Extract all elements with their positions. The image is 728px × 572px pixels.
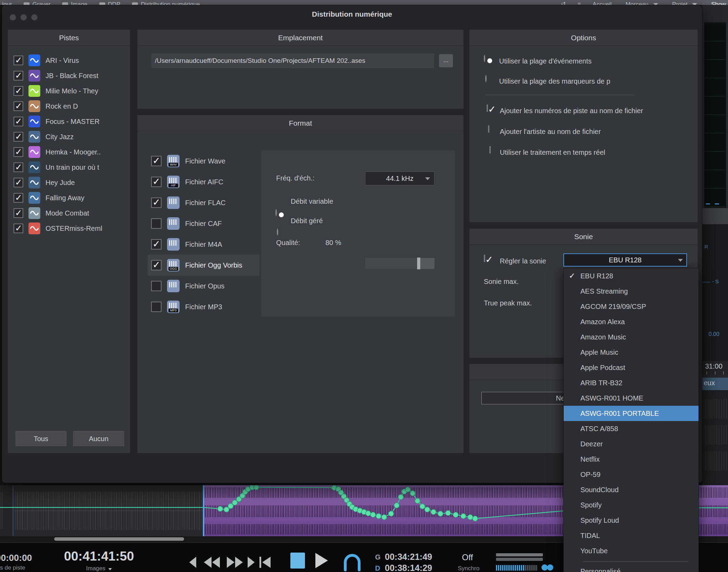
preset-option[interactable]: Apple Music [564,345,698,360]
preset-option[interactable]: TIDAL [564,528,698,543]
track-checkbox[interactable] [14,101,23,111]
variable-bitrate-radio[interactable] [275,209,277,216]
preset-option[interactable]: AGCOM 219/09/CSP [564,299,698,314]
select-none-button[interactable]: Aucun [73,431,124,446]
format-checkbox[interactable] [151,260,162,270]
link-icon[interactable] [540,564,556,571]
browse-path-button[interactable]: ... [439,54,453,67]
track-row[interactable]: OSTERmiss-Reml [11,221,128,236]
format-checkbox[interactable] [151,156,162,166]
preset-option[interactable]: Amazon Alexa [564,314,698,329]
track-checkbox[interactable] [14,71,23,81]
format-row[interactable]: Fichier CAF [148,213,259,234]
format-checkbox[interactable] [151,302,162,312]
preset-option[interactable]: Amazon Music [564,329,698,345]
track-checkbox[interactable] [14,224,23,233]
track-checkbox[interactable] [14,56,23,65]
undo-icon[interactable]: ↺ [561,1,565,5]
page-tab[interactable]: Accueil [593,1,612,5]
track-row[interactable]: ARI - Virus [11,53,128,68]
toolbar-item[interactable]: Image [62,1,87,5]
track-checkbox[interactable] [14,162,23,172]
stop-button[interactable] [290,553,305,569]
marker-range-radio[interactable] [485,75,487,82]
format-checkbox[interactable] [151,177,162,187]
preset-option[interactable]: YouTube [564,543,698,558]
format-row[interactable]: AIF Fichier AIFC [148,171,259,192]
right-locator-time[interactable]: 00:38:14:29 [385,563,432,572]
event-range-radio[interactable] [484,55,485,62]
track-row[interactable]: Un train pour où t [11,160,128,175]
preset-option[interactable]: ARIB TR-B32 [564,375,698,390]
menu-icon[interactable]: ≡ [578,1,581,5]
track-row[interactable]: Focus - MASTER [11,114,128,129]
realtime-checkbox[interactable] [489,146,491,153]
preset-option[interactable]: Apple Podcast [564,360,698,375]
preset-option[interactable]: ASWG-R001 HOME [564,390,698,406]
format-row[interactable]: Fichier M4A [148,234,259,255]
transport-nav-buttons[interactable] [188,556,275,569]
sample-rate-select[interactable]: 44.1 kHz [365,171,435,185]
track-row[interactable]: Mode Combat [11,205,128,221]
h-scrollbar-thumb[interactable] [54,537,184,541]
playhead[interactable] [203,485,204,536]
track-checkbox[interactable] [14,193,23,203]
track-checkbox[interactable] [14,117,23,126]
artist-checkbox[interactable] [488,125,489,133]
preset-option[interactable]: OP-59 [564,467,698,482]
managed-bitrate-radio[interactable] [277,228,278,236]
track-checkbox[interactable] [14,147,23,157]
quality-slider[interactable] [365,258,435,269]
format-row[interactable]: OGG Fichier Ogg Vorbis [148,255,259,276]
quality-slider-thumb[interactable] [417,258,420,269]
sync-status[interactable]: Off [462,553,473,562]
preset-option[interactable]: SoundCloud [564,482,698,497]
select-all-button[interactable]: Tous [16,431,66,446]
format-checkbox[interactable] [151,281,162,291]
preset-option[interactable]: AES Streaming [564,284,698,299]
track-row[interactable]: Milie Melo - They [11,83,128,99]
track-row[interactable]: Rock en D [11,99,128,114]
left-locator-time[interactable]: 00:34:21:49 [385,552,432,562]
toolbar-item[interactable]: Distribution numérique [132,1,200,5]
play-button[interactable] [315,553,329,569]
tempo-bar[interactable] [496,558,543,561]
preset-option[interactable]: Spotify [564,497,698,513]
track-row[interactable]: JB - Black Forest [11,68,128,83]
page-tab[interactable]: Morceau [626,1,658,5]
track-checkbox[interactable] [14,208,23,218]
track-checkbox[interactable] [14,178,23,187]
track-checkbox[interactable] [14,132,23,142]
secondary-timecode[interactable]: 00:00:00 [0,553,32,563]
preset-option[interactable]: EBU R128 [564,268,698,284]
page-tab[interactable]: Show [711,1,726,5]
toolbar-item[interactable]: DDP [99,1,121,5]
clipped-field[interactable]: Ne [481,392,566,404]
tempo-bar[interactable] [496,553,543,556]
loudness-preset-select[interactable]: EBU R128 [563,253,687,267]
preset-option[interactable]: Spotify Loud [564,513,698,528]
track-checkbox[interactable] [14,86,23,96]
preset-option[interactable]: ASWG-R001 PORTABLE [564,406,698,421]
preset-option-custom[interactable]: Personnalisé [564,564,698,572]
track-row[interactable]: Falling Away [11,190,128,205]
format-row[interactable]: Fichier FLAC [148,192,259,213]
format-row[interactable]: MP3 Fichier MP3 [148,296,259,317]
format-checkbox[interactable] [151,218,162,229]
timecode-format[interactable]: Images [52,565,146,572]
track-row[interactable]: City Jazz [11,129,128,144]
toolbar-item[interactable]: Graver [24,1,50,5]
preset-option[interactable]: Deezer [564,436,698,452]
preset-option[interactable]: ATSC A/858 [564,421,698,436]
tracknumber-checkbox[interactable] [487,104,488,112]
track-row[interactable]: Hemka - Mooger.. [11,144,128,160]
preset-option[interactable]: Netflix [564,452,698,467]
format-row[interactable]: WAV Fichier Wave [148,151,259,171]
page-tab[interactable]: Projet [672,1,697,5]
format-row[interactable]: Fichier Opus [148,276,259,296]
track-row[interactable]: Hey Jude [11,175,128,190]
main-timecode[interactable]: 00:41:41:50 [52,549,146,564]
set-loudness-checkbox[interactable] [484,255,485,262]
loop-button[interactable] [342,553,364,571]
toolbar-item[interactable]: jour [2,1,12,5]
